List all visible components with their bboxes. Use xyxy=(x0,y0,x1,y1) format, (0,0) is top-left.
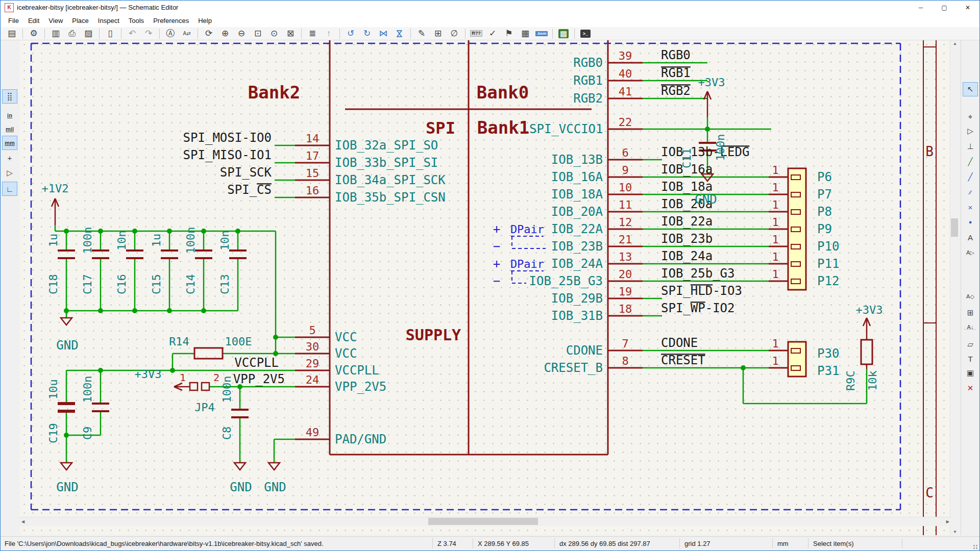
save-button[interactable]: ▤ xyxy=(5,28,19,40)
schematic-text[interactable]: IOB_34a_SPI_SCK xyxy=(335,173,446,187)
junction-dot[interactable] xyxy=(64,229,69,234)
junction-tool[interactable]: ● xyxy=(963,215,978,229)
schematic-text[interactable]: 15 xyxy=(306,167,320,180)
schematic-text[interactable]: 5 xyxy=(309,324,315,337)
schematic-text[interactable]: VCCPLL xyxy=(234,356,279,370)
close-button[interactable]: ✕ xyxy=(956,1,979,14)
find-replace-button[interactable]: A⇄ xyxy=(180,28,194,40)
junction-dot[interactable] xyxy=(132,229,137,234)
scroll-right-arrow[interactable]: ▶ xyxy=(946,519,949,524)
schematic-text[interactable]: VCC xyxy=(335,330,357,344)
gnd-power-symbol[interactable] xyxy=(61,318,72,325)
schematic-text[interactable]: 10n xyxy=(218,230,231,251)
grid-toggle[interactable]: ⣿ xyxy=(2,89,17,104)
schematic-text[interactable]: CDONE xyxy=(566,343,603,358)
zoom-objects-button[interactable]: ⊙ xyxy=(267,28,281,40)
schematic-text[interactable]: + xyxy=(493,257,500,271)
schematic-text[interactable]: 1u xyxy=(150,234,163,247)
scroll-up-arrow[interactable]: ▲ xyxy=(953,41,957,46)
hv-wire-mode-toggle[interactable]: ∟ xyxy=(2,182,17,196)
zoom-out-button[interactable]: ⊖ xyxy=(234,28,249,40)
schematic-text[interactable]: RGB2 xyxy=(573,91,603,106)
symbol-body[interactable] xyxy=(861,340,872,364)
schematic-text[interactable]: RGB1 xyxy=(661,66,691,80)
menu-edit[interactable]: Edit xyxy=(23,15,44,26)
vertical-scrollbar[interactable]: ▲ ▼ xyxy=(950,40,959,535)
schematic-text[interactable]: P7 xyxy=(817,187,832,202)
schematic-text[interactable]: 1 xyxy=(180,371,186,384)
resize-grip[interactable] xyxy=(973,544,978,549)
schematic-text[interactable]: 20 xyxy=(619,268,632,281)
junction-dot[interactable] xyxy=(273,335,278,340)
find-button[interactable]: Ⓐ xyxy=(163,28,178,40)
schematic-text[interactable]: C18 xyxy=(47,274,60,294)
schematic-text[interactable]: 11 xyxy=(619,198,632,211)
schematic-text[interactable]: C15 xyxy=(150,274,163,294)
menu-tools[interactable]: Tools xyxy=(124,15,149,26)
schematic-canvas[interactable]: IOB_32a_SPI_SOIOB_33b_SPI_SIIOB_34a_SPI_… xyxy=(20,40,951,535)
schematic-text[interactable]: RGB0 xyxy=(661,48,691,62)
schematic-text[interactable]: 100n xyxy=(81,227,94,254)
schematic-text[interactable]: IOB_13b-LEDG xyxy=(661,145,749,159)
schematic-text[interactable]: 1 xyxy=(772,337,778,350)
schematic-text[interactable]: +3V3 xyxy=(135,368,162,381)
schematic-text[interactable]: GND xyxy=(230,480,252,494)
schematic-text[interactable]: IOB_35b_SPI_CSN xyxy=(335,190,446,205)
junction-dot[interactable] xyxy=(98,368,103,373)
schematic-text[interactable]: 1 xyxy=(772,233,778,246)
schematic-text[interactable]: IOB_33b_SPI_SI xyxy=(335,156,438,170)
schematic-text[interactable]: IOB_24A xyxy=(551,257,603,271)
net-label-tool[interactable]: A xyxy=(963,230,978,244)
schematic-text[interactable]: 29 xyxy=(306,357,320,370)
undo-button[interactable]: ↶ xyxy=(125,28,139,40)
horizontal-scrollbar-thumb[interactable] xyxy=(428,518,538,525)
schematic-text[interactable]: 14 xyxy=(306,132,320,145)
schematic-text[interactable]: IOB_20A xyxy=(551,205,603,219)
schematic-text[interactable]: SPI_MISO-IO1 xyxy=(183,148,272,162)
schematic-text[interactable]: Bank0 xyxy=(477,82,529,103)
schematic-text[interactable]: 40 xyxy=(619,67,632,80)
schematic-text[interactable]: B xyxy=(925,144,934,159)
schematic-text[interactable]: SPI_HLD-IO3 xyxy=(661,284,742,298)
schematic-text[interactable]: RGB1 xyxy=(573,73,603,88)
junction-dot[interactable] xyxy=(201,229,206,234)
junction-dot[interactable] xyxy=(98,229,103,234)
schematic-text[interactable]: IOB_29B xyxy=(551,291,603,306)
schematic-text[interactable]: 39 xyxy=(619,49,632,62)
schematic-text[interactable]: R9C xyxy=(844,370,857,391)
schematic-text[interactable]: 1 xyxy=(772,198,778,211)
maximize-button[interactable]: ▢ xyxy=(933,1,956,14)
schematic-text[interactable]: CRESET_B xyxy=(544,361,603,375)
simulator-button[interactable]: ⚑ xyxy=(502,28,516,40)
schematic-text[interactable]: SPI_WP-IO2 xyxy=(661,301,735,315)
schematic-text[interactable]: 18 xyxy=(619,303,632,315)
highlight-net-tool[interactable]: ⌖ xyxy=(963,110,978,124)
delete-tool[interactable]: ✕ xyxy=(963,381,978,395)
schematic-text[interactable]: IOB_18a xyxy=(661,180,713,194)
schematic-text[interactable]: 12 xyxy=(619,216,632,229)
schematic-text[interactable]: PAD/GND xyxy=(335,432,386,446)
schematic-text[interactable]: +1V2 xyxy=(42,182,69,195)
scroll-left-arrow[interactable]: ◀ xyxy=(21,519,24,524)
schematic-text[interactable]: 1 xyxy=(772,251,778,263)
schematic-text[interactable]: GND xyxy=(264,480,286,494)
schematic-text[interactable]: Bank1 xyxy=(477,117,529,138)
schematic-text[interactable]: RGB2 xyxy=(661,84,691,98)
schematic-text[interactable]: DPair xyxy=(510,223,544,236)
junction-dot[interactable] xyxy=(167,308,172,313)
schematic-text[interactable]: +3V3 xyxy=(856,304,883,316)
schematic-text[interactable]: CRESET xyxy=(661,353,705,367)
schematic-text[interactable]: GND xyxy=(56,338,78,353)
schematic-text[interactable]: 41 xyxy=(619,85,632,98)
schematic-text[interactable]: IOB_31B xyxy=(551,309,603,323)
schematic-text[interactable]: IOB_24a xyxy=(661,249,713,263)
place-power-port-tool[interactable]: ⊥ xyxy=(963,139,978,154)
schematic-text[interactable]: 100n xyxy=(220,376,233,403)
junction-dot[interactable] xyxy=(741,365,746,370)
schematic-text[interactable]: 1 xyxy=(772,355,778,367)
schematic-text[interactable]: IOB_16A xyxy=(551,170,603,184)
schematic-text[interactable]: P10 xyxy=(817,239,839,254)
schematic-text[interactable]: C19 xyxy=(47,423,60,443)
schematic-text[interactable]: P31 xyxy=(817,364,839,378)
menu-file[interactable]: File xyxy=(4,15,23,26)
